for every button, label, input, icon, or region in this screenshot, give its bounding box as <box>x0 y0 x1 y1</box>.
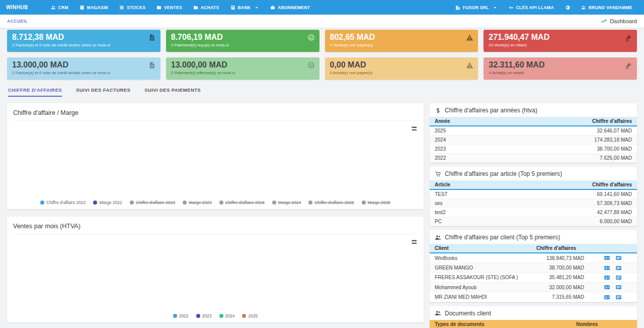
summary-card-8[interactable]: 32.311,60 MAD4 Achat(s) en retard <box>484 57 637 80</box>
breadcrumb-current: Dashboard <box>600 18 637 24</box>
card-amount: 13.000,00 MAD <box>171 59 314 71</box>
column-header-actions <box>606 320 637 328</box>
stocks-icon <box>119 5 124 10</box>
tab-suivi-des-factures[interactable]: SUIVI DES FACTURES <box>76 87 130 97</box>
chevron-down-icon <box>493 5 498 10</box>
card-amount: 802,65 MAD <box>330 32 473 43</box>
list-icon[interactable] <box>615 255 622 261</box>
panel-title: Chiffre d'affaires par client (Top 5 pre… <box>430 230 637 244</box>
card-amount: 0,00 MAD <box>330 59 473 71</box>
contact-icon[interactable] <box>603 255 611 261</box>
line-chart <box>13 122 418 198</box>
legend-item-chiffre-d-affaire-2023[interactable]: Chiffre d'affaire 2023 <box>130 200 175 205</box>
contact-icon[interactable] <box>603 294 611 300</box>
people-icon <box>435 310 441 316</box>
summary-card-4[interactable]: 271.940,47 MAD23 Vente(s) en retard <box>484 30 637 52</box>
breadcrumb-bar: ACCUEIL Dashboard <box>0 15 644 28</box>
legend-item-chiffre-d-affaire-2025[interactable]: Chiffre d'affaire 2025 <box>308 200 354 205</box>
legend-item-marge-2025[interactable]: Marge 2025 <box>362 200 390 205</box>
tables-column: Chiffre d'affaires par années (htva)Anné… <box>430 103 637 328</box>
nav-item-magasin[interactable]: MAGASIN <box>74 0 114 15</box>
contact-icon[interactable] <box>603 265 611 271</box>
list-icon[interactable] <box>615 265 622 271</box>
contact-icon[interactable] <box>603 284 611 290</box>
list-icon[interactable] <box>615 275 622 281</box>
tab-suivi-des-paiements[interactable]: SUIVI DES PAIEMENTS <box>144 87 201 97</box>
chart-sales-by-month: Ventes par mois (HTVA)050k100k150kMontan… <box>7 217 424 322</box>
table-row: WinBooks138.840,73 MAD <box>430 253 637 263</box>
tab-chiffre-d-affaires[interactable]: CHIFFRE D'AFFAIRES <box>8 87 62 97</box>
api-keys-button[interactable]: CLÉS API LLAMA <box>503 0 559 15</box>
app-logo[interactable]: WINHUB <box>6 5 28 10</box>
summary-card-2[interactable]: 8.706,19 MAD2 Paiement(s) reçu(s) ce moi… <box>166 30 319 52</box>
legend-item-marge-2022[interactable]: Marge 2022 <box>93 200 122 205</box>
column-header: Chiffre d'affaires <box>500 117 637 126</box>
navbar-right: FUSOR SRLCLÉS API LLAMABRUNO VANDAMME <box>450 0 638 15</box>
nav-item-ventes[interactable]: VENTES <box>151 0 188 15</box>
people-icon <box>51 5 56 10</box>
cart-icon <box>435 171 441 177</box>
bank-icon <box>230 5 235 10</box>
user-menu[interactable]: BRUNO VANDAMME <box>576 0 638 15</box>
legend-item-marge-2023[interactable]: Marge 2023 <box>183 200 211 205</box>
chart-legend: Chiffre d'affaire 2022Marge 2022Chiffre … <box>13 200 418 207</box>
nav-item-crm[interactable]: CRM <box>45 0 74 15</box>
nav-item-achats[interactable]: ACHATS <box>188 0 225 15</box>
folder-icon <box>193 5 198 10</box>
store-icon <box>79 5 85 10</box>
card-label: 4 Achat(s) en retard <box>489 71 632 76</box>
nav-item-stocks[interactable]: STOCKS <box>114 0 151 15</box>
company-selector[interactable]: FUSOR SRL <box>450 0 503 15</box>
table-row: FRERES ASSAKOUR (STE) (SOFA )35.481,20 M… <box>430 273 637 282</box>
card-amount: 32.311,60 MAD <box>489 59 632 71</box>
line-chart <box>13 235 418 311</box>
chart-menu-icon[interactable]: 02k4k6kMontant (HTVA)JanvierFévrierMarsA… <box>410 124 417 130</box>
chart-revenue-margin: Chiffre d'affaire / Marge02k4k6kMontant … <box>7 103 424 209</box>
people-icon <box>435 234 441 241</box>
legend-item-2025[interactable]: 2025 <box>242 313 258 318</box>
summary-card-1[interactable]: 8.712,38 MAD2 Facture(s) et 0 note de cr… <box>7 30 160 52</box>
list-icon[interactable] <box>615 294 622 300</box>
nav-item-label: BRUNO VANDAMME <box>589 5 632 10</box>
svg-text:Montant (HTVA): Montant (HTVA) <box>410 237 417 238</box>
chart-title: Chiffre d'affaire / Marge <box>13 109 78 116</box>
chart-menu-icon[interactable]: 050k100k150kMontant (HTVA)JanFebMarAprMa… <box>410 237 417 244</box>
table-row: ses57.309,73 MAD <box>430 199 637 208</box>
table-row: GREEN MANGO38.700,00 MAD <box>430 263 637 273</box>
panel-title: Chiffre d'affaires par article (Top 5 pr… <box>430 167 637 180</box>
table-row: Mohammed Ayoub32.000,00 MAD <box>430 283 637 292</box>
data-table: AnnéeChiffre d'affaires202532.646,07 MAD… <box>430 117 637 163</box>
legend-item-2022[interactable]: 2022 <box>173 313 189 318</box>
page-title: Dashboard <box>610 18 637 24</box>
nav-item-abonnement[interactable]: ABONNEMENT <box>265 0 315 15</box>
settings-button[interactable] <box>559 0 576 15</box>
summary-card-7[interactable]: 0,00 MAD0 Achat(s) non payée(s) <box>325 57 478 80</box>
nav-item-label: BANK <box>238 5 251 10</box>
nav-item-label: VENTES <box>164 5 182 10</box>
warning-icon <box>466 34 473 41</box>
trending-icon <box>600 18 607 24</box>
table-row: 20227.625,00 MAD <box>430 154 637 163</box>
contact-icon[interactable] <box>603 275 611 281</box>
summary-card-5[interactable]: 13.000,00 MAD2 Facture(s) et 0 note de c… <box>7 57 160 80</box>
nav-item-bank[interactable]: BANK <box>225 0 265 15</box>
card-amount: 13.000,00 MAD <box>12 59 155 71</box>
legend-item-marge-2024[interactable]: Marge 2024 <box>272 200 301 205</box>
column-header: Chiffre d'affaires <box>500 180 637 189</box>
file-icon <box>148 61 156 69</box>
main-menu: CRMMAGASINSTOCKSVENTESACHATSBANKABONNEME… <box>45 0 316 15</box>
summary-card-6[interactable]: 13.000,00 MAD2 Paiement(s) effectué(s) c… <box>166 57 319 80</box>
legend-item-chiffre-d-affaire-2024[interactable]: Chiffre d'affaire 2024 <box>219 200 265 205</box>
data-table: Types de documentsNombresBon de livraiso… <box>430 320 637 328</box>
legend-item-chiffre-d-affaire-2022[interactable]: Chiffre d'affaire 2022 <box>40 200 86 205</box>
legend-item-2023[interactable]: 2023 <box>196 313 212 318</box>
list-icon[interactable] <box>615 284 622 290</box>
key-icon <box>509 5 514 10</box>
building-icon <box>455 5 460 10</box>
warning-icon <box>466 61 473 69</box>
panel-title: Chiffre d'affaires par années (htva) <box>430 103 637 117</box>
summary-card-3[interactable]: 802,65 MAD2 Vente(s) non payée(s) <box>325 30 478 52</box>
breadcrumb-home-link[interactable]: ACCUEIL <box>7 19 28 24</box>
table-row: PC6.000,00 MAD <box>430 217 637 226</box>
legend-item-2024[interactable]: 2024 <box>219 313 235 318</box>
